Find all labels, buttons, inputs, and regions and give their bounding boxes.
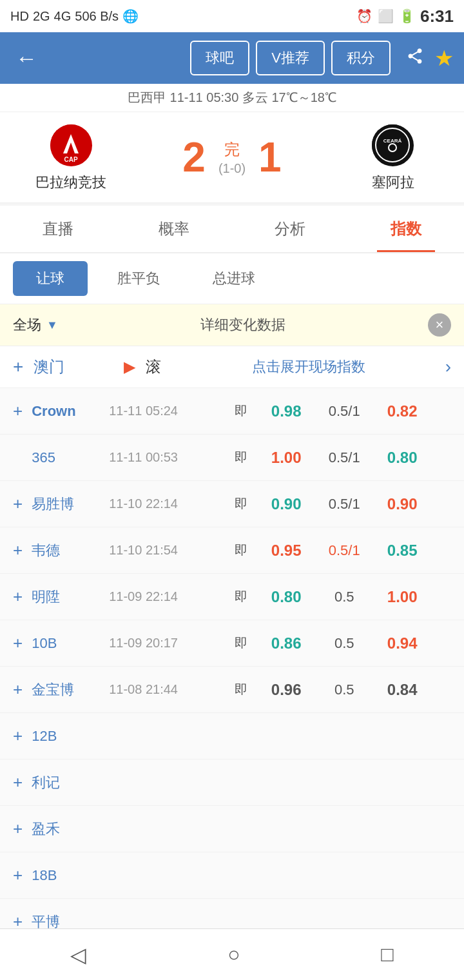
row-v3-5: 0.94 [373,634,431,652]
share-icon[interactable] [406,47,424,70]
row-expand-7[interactable]: + [13,726,23,746]
row-expand-3[interactable]: + [13,540,23,560]
table-row: + 盈禾 [0,806,464,852]
row-v3-1: 0.80 [373,449,431,467]
table-row: + 韦德 11-10 21:54 即 0.95 0.5/1 0.85 [0,527,464,574]
row-v1-2: 0.90 [257,495,315,513]
macau-name[interactable]: 澳门 [34,357,124,377]
data-speed: 506 B/s [75,9,119,24]
match-league-info: 巴西甲 11-11 05:30 多云 17℃～18℃ [128,90,336,104]
bottom-nav: ◁ ○ □ [0,928,464,980]
row-date-4: 11-09 22:14 [109,589,225,604]
row-v3-4: 1.00 [373,588,431,606]
row-name-0[interactable]: Crown [32,403,109,420]
subtab-handicap[interactable]: 让球 [13,261,88,296]
row-v3-3: 0.85 [373,542,431,560]
star-icon[interactable]: ★ [434,45,454,71]
macau-expand-button[interactable]: + [13,357,23,377]
tab-index[interactable]: 指数 [348,206,464,252]
row-v2-6: 0.5 [315,681,373,698]
header-nav: ← 球吧 V推荐 积分 ★ [0,32,464,84]
row-name-5[interactable]: 10B [32,635,109,652]
row-v1-5: 0.86 [257,634,315,652]
row-expand-8[interactable]: + [13,772,23,792]
row-v3-2: 0.90 [373,495,431,513]
row-expand-9[interactable]: + [13,819,23,839]
home-nav-icon[interactable]: ○ [227,943,240,966]
score-main: 2 完 (1-0) 1 [182,133,281,181]
recent-nav-icon[interactable]: □ [381,943,393,966]
alarm-icon: ⏰ [356,8,372,24]
filter-label[interactable]: 全场 [13,315,41,335]
row-date-5: 11-09 20:17 [109,636,225,651]
macau-expand-label[interactable]: 点击展开现场指数 [171,357,445,377]
row-name-1[interactable]: 365 [32,449,109,466]
filter-detail: 详细变化数据 [200,315,285,335]
tab-probability[interactable]: 概率 [116,206,232,252]
svg-text:CEARÁ: CEARÁ [383,138,402,144]
tab-standings[interactable]: 积分 [331,41,391,75]
svg-text:CAP: CAP [64,156,77,163]
row-name-10[interactable]: 18B [32,867,109,884]
row-name-6[interactable]: 金宝博 [32,680,109,700]
table-row: + Crown 11-11 05:24 即 0.98 0.5/1 0.82 [0,388,464,435]
sub-tabs: 让球 胜平负 总进球 [0,253,464,304]
table-row: + 利记 [0,760,464,806]
row-expand-0[interactable]: + [13,401,23,421]
tab-qiuba[interactable]: 球吧 [190,41,249,75]
svg-point-2 [372,124,413,166]
row-expand-4[interactable]: + [13,587,23,607]
row-expand-6[interactable]: + [13,680,23,700]
dropdown-arrow-icon[interactable]: ▼ [46,318,58,332]
table-row: + 金宝博 11-08 21:44 即 0.96 0.5 0.84 [0,667,464,713]
team-right: CEARÁ 塞阿拉 [342,122,445,192]
tab-analysis[interactable]: 分析 [232,206,348,252]
subtab-result[interactable]: 胜平负 [94,261,183,296]
macau-chevron-icon[interactable]: › [445,357,451,377]
team-right-logo: CEARÁ [371,122,416,168]
tab-live[interactable]: 直播 [0,206,116,252]
status-time: 6:31 [420,6,454,26]
row-v3-6: 0.84 [373,681,431,699]
table-row: + 10B 11-09 20:17 即 0.86 0.5 0.94 [0,620,464,667]
row-type-5: 即 [225,634,257,652]
nav-tabs: 球吧 V推荐 积分 [190,41,391,75]
back-nav-icon[interactable]: ◁ [70,943,86,967]
battery-icon: 🔋 [399,8,415,24]
row-v2-3: 0.5/1 [315,542,373,559]
ceara-logo: CEARÁ [372,124,414,166]
athletico-logo: CAP [50,124,92,166]
row-v1-6: 0.96 [257,681,315,699]
match-half: (1-0) [218,161,246,176]
row-v1-1: 1.00 [257,449,315,467]
filter-bar: 全场 ▼ 详细变化数据 × [0,304,464,346]
tab-vrecommend[interactable]: V推荐 [256,41,325,75]
screen-icon: ⬜ [378,8,394,24]
macau-arrow-icon: ▶ [124,358,135,376]
row-name-9[interactable]: 盈禾 [32,819,109,839]
table-row: + 365 11-11 00:53 即 1.00 0.5/1 0.80 [0,435,464,481]
row-expand-5[interactable]: + [13,633,23,653]
subtab-goals[interactable]: 总进球 [189,261,278,296]
score-right: 1 [258,133,282,181]
row-name-8[interactable]: 利记 [32,773,109,792]
filter-close-button[interactable]: × [428,313,451,337]
row-v2-2: 0.5/1 [315,496,373,513]
row-name-2[interactable]: 易胜博 [32,495,109,514]
tab-navigation: 直播 概率 分析 指数 [0,206,464,253]
row-expand-2[interactable]: + [13,494,23,514]
row-v2-1: 0.5/1 [315,449,373,466]
team-right-name: 塞阿拉 [372,173,414,192]
row-name-3[interactable]: 韦德 [32,541,109,560]
row-expand-10[interactable]: + [13,865,23,885]
row-type-1: 即 [225,449,257,466]
browser-icon: 🌐 [122,8,139,24]
signal-4g: 4G [54,9,72,24]
signal-2g: 2G [33,9,50,24]
team-left: CAP 巴拉纳竞技 [19,122,122,192]
macau-row: + 澳门 ▶ 滚 点击展开现场指数 › [0,346,464,388]
match-score: CAP 巴拉纳竞技 2 完 (1-0) 1 CEARÁ [0,112,464,203]
row-name-4[interactable]: 明陞 [32,587,109,607]
back-button[interactable]: ← [10,41,43,76]
row-name-7[interactable]: 12B [32,728,109,745]
